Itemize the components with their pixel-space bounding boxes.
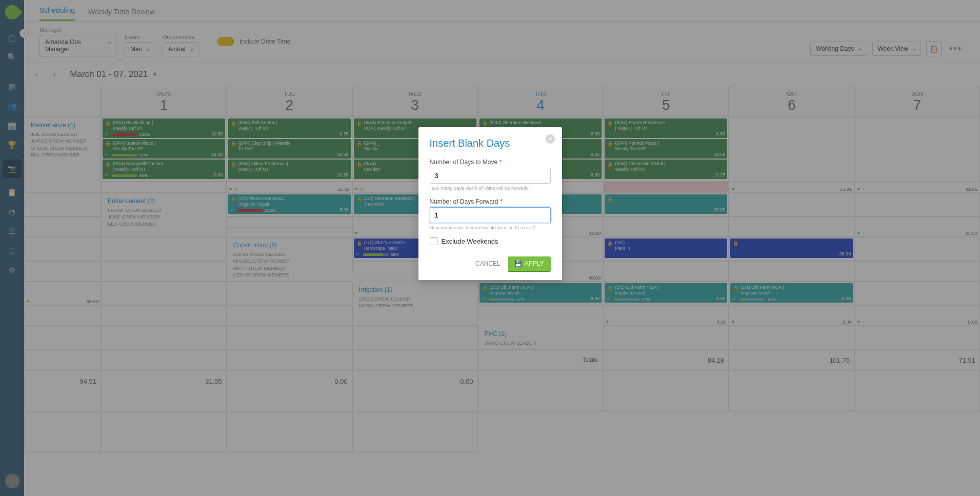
days-forward-hint: How many days forward would you like to … <box>430 225 551 230</box>
modal-overlay[interactable]: ✕ Insert Blank Days Number of Days to Mo… <box>0 0 980 496</box>
days-forward-label: Number of Days Forward * <box>430 198 551 205</box>
apply-button[interactable]: 💾APPLY <box>508 256 551 271</box>
days-to-move-label: Number of Days to Move * <box>430 158 551 166</box>
exclude-weekends-label: Exclude Weekends <box>442 237 498 245</box>
days-forward-input[interactable] <box>430 207 551 223</box>
modal-title: Insert Blank Days <box>430 137 551 149</box>
exclude-weekends-checkbox[interactable] <box>430 237 437 245</box>
cancel-button[interactable]: CANCEL <box>475 260 501 267</box>
close-icon[interactable]: ✕ <box>546 134 555 144</box>
insert-blank-days-modal: ✕ Insert Blank Days Number of Days to Mo… <box>418 127 562 280</box>
days-to-move-input[interactable] <box>430 168 551 184</box>
save-icon: 💾 <box>514 260 522 267</box>
days-to-move-hint: How many days worth of visits will be mo… <box>430 185 551 191</box>
